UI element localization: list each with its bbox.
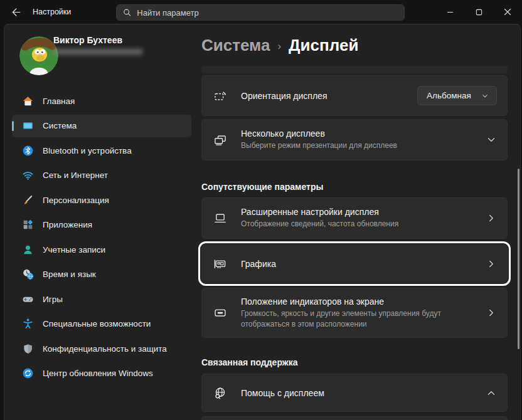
avatar[interactable]	[19, 36, 58, 75]
search-input[interactable]	[137, 8, 398, 18]
sidebar-item-privacy[interactable]: Конфиденциальность и защита	[12, 337, 191, 360]
indicators-position-icon	[213, 306, 227, 320]
sidebar-item-label: Игры	[43, 295, 63, 304]
setting-subtitle: Громкость, яркость и другие элементы упр…	[241, 308, 467, 328]
sidebar-item-windows-update[interactable]: Центр обновления Windows	[12, 362, 191, 385]
apps-icon	[22, 219, 34, 231]
sidebar-item-label: Персонализация	[43, 196, 109, 205]
sidebar-item-network[interactable]: Сеть и Интернет	[12, 164, 191, 187]
chevron-right-icon	[486, 213, 497, 224]
setting-title: Несколько дисплеев	[241, 129, 472, 139]
setting-subtitle: Выберите режим презентации для дисплеев	[241, 140, 472, 150]
sidebar-item-label: Специальные возможности	[43, 319, 151, 328]
privacy-icon	[22, 343, 34, 355]
user-name: Виктор Бухтеев	[53, 35, 179, 45]
breadcrumb-separator-icon: ›	[277, 40, 281, 53]
accounts-icon	[22, 244, 34, 256]
setting-title: Графика	[241, 259, 472, 269]
next-card-remnant	[201, 416, 508, 420]
home-icon	[22, 95, 34, 107]
card-display-help[interactable]: Помощь с дисплеем	[201, 374, 508, 412]
system-icon	[22, 120, 34, 132]
chevron-down-icon[interactable]	[486, 134, 497, 145]
graphics-icon	[213, 257, 227, 271]
sidebar-item-label: Время и язык	[43, 270, 96, 279]
card-indicators-position[interactable]: Положение индикаторов на экране Громкост…	[201, 288, 508, 338]
minimize-button[interactable]	[435, 0, 464, 24]
page-title: Дисплей	[289, 36, 358, 55]
scrolled-card-remnant	[201, 66, 508, 73]
window-controls	[435, 0, 522, 24]
sidebar-item-label: Сеть и Интернет	[43, 171, 108, 180]
minimize-icon	[447, 9, 454, 16]
search-box[interactable]	[116, 4, 405, 21]
sidebar-item-bluetooth[interactable]: Bluetooth и устройства	[12, 139, 191, 162]
sidebar-item-label: Bluetooth и устройства	[43, 146, 132, 155]
close-button[interactable]	[493, 0, 522, 24]
maximize-icon	[476, 9, 482, 16]
sidebar-item-label: Центр обновления Windows	[43, 369, 153, 378]
sidebar-nav: Главная Система Bluetooth и устройства С…	[12, 90, 191, 387]
section-related-settings: Сопутствующие параметры	[201, 182, 323, 192]
user-email-redacted	[53, 48, 142, 55]
bluetooth-icon	[22, 145, 34, 157]
sidebar-item-personalization[interactable]: Персонализация	[12, 189, 191, 211]
card-advanced-display[interactable]: Расширенные настройки дисплея Отображени…	[201, 197, 508, 239]
chevron-right-icon	[486, 258, 497, 270]
accessibility-icon	[22, 318, 34, 330]
sidebar-item-label: Конфиденциальность и защита	[43, 344, 167, 354]
advanced-display-icon	[213, 211, 227, 225]
sidebar-item-time-language[interactable]: Время и язык	[12, 263, 191, 286]
gaming-icon	[22, 293, 34, 305]
settings-window: Виктор Бухтеев Главная Система Bluetooth…	[4, 24, 521, 420]
sidebar-item-home[interactable]: Главная	[12, 90, 191, 112]
close-icon	[504, 8, 511, 16]
card-display-orientation: Ориентация дисплея Альбомная	[201, 75, 508, 116]
display-orientation-icon	[213, 89, 227, 103]
chevron-right-icon	[486, 307, 497, 318]
orientation-dropdown-value: Альбомная	[427, 91, 471, 100]
app-title: Настройки	[33, 8, 71, 16]
setting-title: Расширенные настройки дисплея	[241, 207, 472, 217]
personalization-icon	[22, 194, 34, 206]
sidebar-item-accounts[interactable]: Учетные записи	[12, 238, 191, 261]
sidebar-item-label: Приложения	[43, 220, 92, 229]
card-graphics[interactable]: Графика	[201, 244, 508, 283]
sidebar-item-gaming[interactable]: Игры	[12, 288, 191, 310]
sidebar-item-system[interactable]: Система	[12, 115, 191, 137]
sidebar-item-label: Система	[43, 121, 77, 130]
sidebar-item-label: Главная	[43, 97, 75, 106]
breadcrumb: Система › Дисплей	[201, 36, 358, 55]
display-help-icon	[213, 386, 227, 400]
back-button[interactable]	[9, 5, 23, 19]
orientation-dropdown[interactable]: Альбомная	[417, 86, 497, 105]
setting-title: Положение индикаторов на экране	[241, 297, 472, 307]
network-icon	[22, 169, 34, 181]
maximize-button[interactable]	[464, 0, 493, 24]
back-arrow-icon	[11, 7, 21, 18]
windows-update-icon	[22, 367, 34, 379]
main-content: Система › Дисплей Ориентация дисплея Аль…	[201, 24, 508, 420]
titlebar: Настройки	[0, 0, 522, 24]
sidebar-item-apps[interactable]: Приложения	[12, 214, 191, 236]
section-related-support: Связанная поддержка	[201, 357, 298, 367]
time-language-icon	[22, 268, 34, 280]
multiple-displays-icon	[213, 133, 227, 147]
scrollbar-thumb[interactable]	[518, 169, 519, 349]
sidebar-item-accessibility[interactable]: Специальные возможности	[12, 313, 191, 335]
chevron-down-icon	[481, 92, 489, 100]
breadcrumb-parent[interactable]: Система	[201, 36, 270, 55]
setting-title: Ориентация дисплея	[241, 91, 403, 101]
setting-title: Помощь с дисплеем	[241, 388, 472, 398]
setting-subtitle: Отображение сведений, частота обновления	[241, 219, 472, 229]
search-icon	[123, 8, 131, 17]
card-multiple-displays[interactable]: Несколько дисплеев Выберите режим презен…	[201, 119, 508, 160]
chevron-up-icon[interactable]	[486, 387, 497, 399]
sidebar-item-label: Учетные записи	[43, 245, 105, 255]
